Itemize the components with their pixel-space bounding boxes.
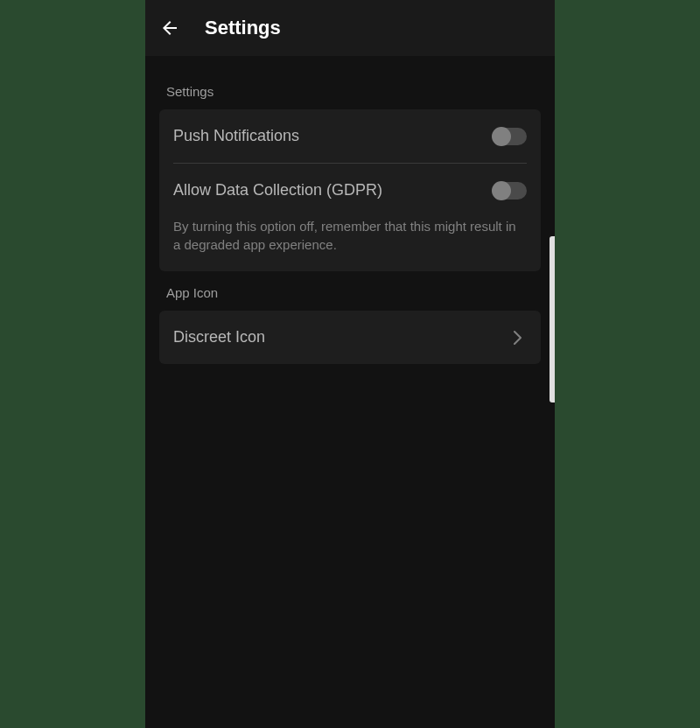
data-collection-label: Allow Data Collection (GDPR) bbox=[173, 181, 382, 200]
push-notifications-row[interactable]: Push Notifications bbox=[159, 109, 541, 163]
discreet-icon-row[interactable]: Discreet Icon bbox=[159, 311, 541, 364]
content-area: Settings Push Notifications Allow Data C… bbox=[145, 56, 555, 378]
discreet-icon-label: Discreet Icon bbox=[173, 328, 265, 346]
chevron-right-icon bbox=[509, 329, 527, 346]
app-screen: Settings Settings Push Notifications All… bbox=[145, 0, 555, 728]
back-button[interactable] bbox=[159, 18, 180, 38]
toggle-knob bbox=[492, 181, 511, 200]
data-collection-toggle[interactable] bbox=[494, 182, 527, 200]
app-icon-section-label: App Icon bbox=[159, 271, 541, 311]
arrow-back-icon bbox=[159, 18, 180, 38]
settings-section-label: Settings bbox=[159, 70, 541, 109]
settings-card: Push Notifications Allow Data Collection… bbox=[159, 109, 541, 271]
scroll-indicator[interactable] bbox=[550, 236, 555, 402]
app-icon-card: Discreet Icon bbox=[159, 311, 541, 364]
push-notifications-toggle[interactable] bbox=[494, 128, 527, 145]
data-collection-row[interactable]: Allow Data Collection (GDPR) bbox=[159, 164, 541, 217]
push-notifications-label: Push Notifications bbox=[173, 127, 299, 145]
data-collection-description: By turning this option off, remember tha… bbox=[159, 217, 541, 271]
toggle-knob bbox=[492, 127, 511, 146]
page-title: Settings bbox=[205, 17, 281, 39]
header-bar: Settings bbox=[145, 0, 555, 56]
